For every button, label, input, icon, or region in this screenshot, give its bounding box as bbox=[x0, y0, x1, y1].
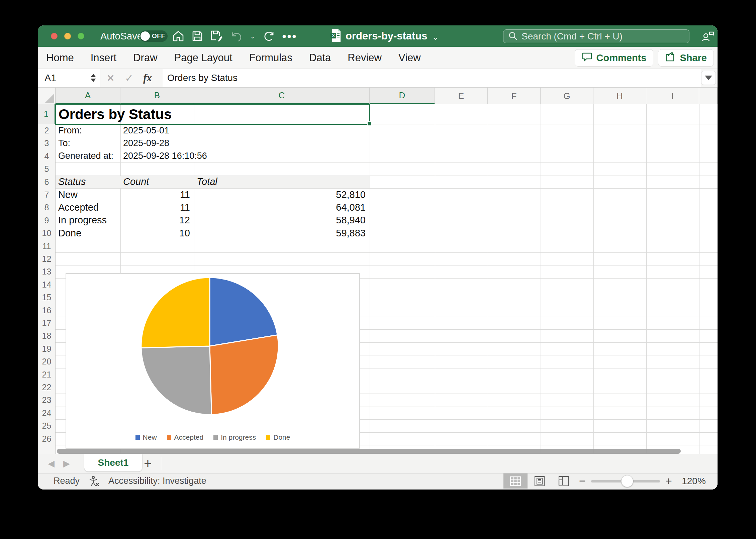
page-break-preview-button[interactable] bbox=[552, 473, 576, 489]
row-header-22[interactable]: 22 bbox=[38, 381, 56, 394]
pie-slice-new[interactable] bbox=[210, 278, 277, 346]
zoom-in-button[interactable]: + bbox=[662, 474, 675, 488]
row-header-9[interactable]: 9 bbox=[38, 214, 56, 227]
ribbon-tab-data[interactable]: Data bbox=[309, 52, 331, 64]
cell-label-a2[interactable]: From: bbox=[58, 124, 82, 136]
horizontal-scrollbar[interactable] bbox=[57, 449, 681, 454]
cell-count[interactable]: 10 bbox=[120, 227, 190, 239]
cell-label-a4[interactable]: Generated at: bbox=[58, 150, 113, 162]
prev-sheet-icon[interactable]: ◀ bbox=[48, 458, 55, 469]
cell-total[interactable]: 52,810 bbox=[194, 189, 366, 201]
column-header-H[interactable]: H bbox=[593, 88, 646, 104]
autosave-toggle[interactable]: OFF bbox=[139, 30, 168, 42]
close-button[interactable] bbox=[51, 33, 58, 39]
presence-people-icon[interactable] bbox=[701, 30, 714, 43]
row-header-1[interactable]: 1 bbox=[38, 104, 56, 124]
row-header-14[interactable]: 14 bbox=[38, 278, 56, 291]
row-header-16[interactable]: 16 bbox=[38, 304, 56, 317]
cell-total[interactable]: 59,883 bbox=[194, 227, 366, 239]
row-header-19[interactable]: 19 bbox=[38, 342, 56, 355]
column-header-I[interactable]: I bbox=[646, 88, 699, 104]
row-header-23[interactable]: 23 bbox=[38, 394, 56, 406]
row-header-3[interactable]: 3 bbox=[38, 137, 56, 149]
cell-total[interactable]: 58,940 bbox=[194, 214, 366, 226]
selected-cell-a1[interactable]: Orders by Status bbox=[55, 104, 370, 125]
share-button[interactable]: Share bbox=[658, 49, 714, 67]
cell-label-a3[interactable]: To: bbox=[58, 137, 70, 149]
row-header-25[interactable]: 25 bbox=[38, 419, 56, 432]
cell-count[interactable]: 11 bbox=[120, 189, 190, 201]
table-header-total[interactable]: Total bbox=[197, 176, 217, 188]
cell-total[interactable]: 64,081 bbox=[194, 201, 366, 213]
table-header-count[interactable]: Count bbox=[123, 176, 149, 188]
row-header-8[interactable]: 8 bbox=[38, 201, 56, 214]
ribbon-tab-draw[interactable]: Draw bbox=[133, 52, 157, 64]
table-header-status[interactable]: Status bbox=[58, 176, 86, 188]
row-header-2[interactable]: 2 bbox=[38, 124, 56, 137]
cell-count[interactable]: 11 bbox=[120, 201, 190, 213]
row-header-20[interactable]: 20 bbox=[38, 355, 56, 368]
row-header-17[interactable]: 17 bbox=[38, 317, 56, 329]
legend-item-accepted[interactable]: Accepted bbox=[167, 433, 204, 441]
column-header-G[interactable]: G bbox=[541, 88, 593, 104]
cells-area[interactable]: 1234567891011121314151617181920212223242… bbox=[38, 104, 718, 454]
row-header-21[interactable]: 21 bbox=[38, 368, 56, 381]
search-input[interactable]: Search (Cmd + Ctrl + U) bbox=[503, 29, 689, 43]
fullscreen-button[interactable] bbox=[78, 33, 84, 39]
legend-item-new[interactable]: New bbox=[135, 433, 157, 441]
title-dropdown-icon[interactable]: ⌄ bbox=[432, 32, 439, 42]
row-header-13[interactable]: 13 bbox=[38, 265, 56, 278]
pie-chart[interactable]: NewAcceptedIn progressDone bbox=[66, 273, 360, 449]
select-all-corner[interactable] bbox=[38, 88, 56, 104]
ribbon-tab-insert[interactable]: Insert bbox=[91, 52, 117, 64]
ribbon-tab-view[interactable]: View bbox=[398, 52, 421, 64]
add-sheet-button[interactable]: + bbox=[138, 454, 158, 473]
cell-status-accepted[interactable]: Accepted bbox=[58, 201, 99, 213]
comments-button[interactable]: Comments bbox=[575, 49, 654, 67]
ribbon-tab-review[interactable]: Review bbox=[348, 52, 382, 64]
column-header-B[interactable]: B bbox=[120, 88, 194, 104]
column-header-F[interactable]: F bbox=[488, 88, 541, 104]
ribbon-tab-formulas[interactable]: Formulas bbox=[249, 52, 292, 64]
cell-value-b3[interactable]: 2025-09-28 bbox=[123, 137, 171, 149]
row-header-10[interactable]: 10 bbox=[38, 227, 56, 239]
formula-input[interactable]: Orders by Status bbox=[163, 69, 701, 87]
redo-icon[interactable] bbox=[263, 30, 275, 42]
confirm-entry-icon[interactable]: ✓ bbox=[125, 72, 133, 84]
pie-slice-done[interactable] bbox=[141, 278, 210, 348]
normal-view-button[interactable] bbox=[503, 473, 528, 489]
pie-slice-in-progress[interactable] bbox=[141, 346, 211, 415]
save-icon[interactable] bbox=[192, 30, 203, 42]
more-commands-icon[interactable]: ••• bbox=[282, 29, 297, 43]
row-header-11[interactable]: 11 bbox=[38, 240, 56, 252]
cell-status-new[interactable]: New bbox=[58, 189, 78, 201]
minimize-button[interactable] bbox=[64, 33, 71, 39]
row-header-7[interactable]: 7 bbox=[38, 188, 56, 201]
row-header-18[interactable]: 18 bbox=[38, 329, 56, 342]
page-layout-view-button[interactable] bbox=[528, 473, 552, 489]
ribbon-tab-home[interactable]: Home bbox=[46, 52, 74, 64]
ribbon-tab-page-layout[interactable]: Page Layout bbox=[174, 52, 232, 64]
fill-handle[interactable] bbox=[367, 121, 372, 126]
save-as-icon[interactable] bbox=[210, 30, 223, 42]
row-header-4[interactable]: 4 bbox=[38, 150, 56, 163]
column-header-A[interactable]: A bbox=[56, 88, 120, 104]
next-sheet-icon[interactable]: ▶ bbox=[63, 458, 70, 469]
zoom-out-button[interactable]: − bbox=[576, 474, 589, 488]
sheet-tab-sheet1[interactable]: Sheet1 bbox=[84, 454, 142, 471]
pie-slice-accepted[interactable] bbox=[210, 335, 278, 415]
column-header-D[interactable]: D bbox=[370, 88, 435, 104]
name-box-spinner[interactable] bbox=[91, 74, 100, 82]
row-header-26[interactable]: 26 bbox=[38, 432, 56, 445]
column-header-E[interactable]: E bbox=[435, 88, 488, 104]
column-header-C[interactable]: C bbox=[194, 88, 370, 104]
zoom-slider[interactable] bbox=[591, 473, 660, 489]
cell-value-b4[interactable]: 2025-09-28 16:10:56 bbox=[123, 150, 209, 162]
row-header-15[interactable]: 15 bbox=[38, 291, 56, 304]
legend-item-done[interactable]: Done bbox=[266, 433, 290, 441]
row-header-12[interactable]: 12 bbox=[38, 252, 56, 265]
row-header-6[interactable]: 6 bbox=[38, 176, 56, 188]
cancel-entry-icon[interactable]: ✕ bbox=[106, 72, 115, 84]
row-header-5[interactable]: 5 bbox=[38, 163, 56, 175]
cell-status-done[interactable]: Done bbox=[58, 227, 81, 239]
